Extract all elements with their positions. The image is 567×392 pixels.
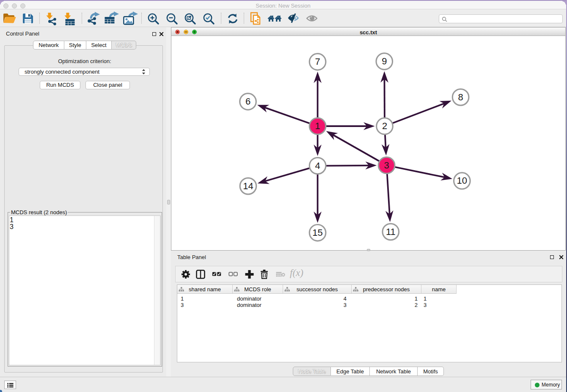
svg-text:14: 14 (243, 181, 253, 191)
svg-text:3: 3 (384, 160, 389, 171)
svg-text:2: 2 (382, 121, 387, 131)
svg-text:6: 6 (245, 96, 250, 107)
svg-text:8: 8 (458, 92, 463, 102)
svg-text:9: 9 (382, 56, 387, 66)
svg-text:11: 11 (386, 226, 396, 237)
svg-text:7: 7 (315, 56, 320, 67)
svg-text:15: 15 (312, 227, 322, 238)
svg-text:10: 10 (457, 175, 467, 186)
svg-text:4: 4 (315, 160, 320, 171)
svg-text:1: 1 (315, 121, 320, 131)
